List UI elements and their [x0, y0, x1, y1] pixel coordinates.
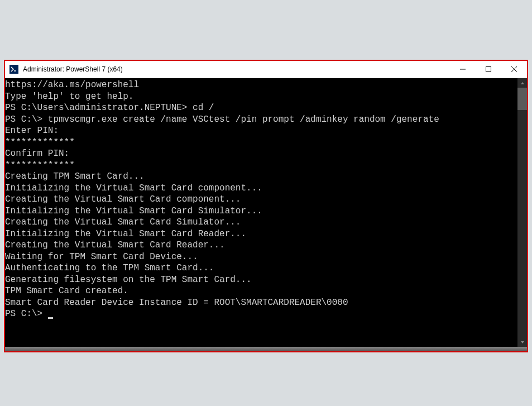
terminal-line: Type 'help' to get help. — [5, 91, 517, 103]
window-border: Administrator: PowerShell 7 (x64) https:… — [4, 60, 528, 352]
powershell-icon — [9, 65, 18, 74]
terminal-cursor — [48, 317, 53, 319]
close-button[interactable] — [501, 61, 527, 78]
terminal-line: Creating TPM Smart Card... — [5, 171, 517, 183]
terminal-line: Creating the Virtual Smart Card componen… — [5, 194, 517, 206]
terminal-line: Authenticating to the TPM Smart Card... — [5, 262, 517, 274]
terminal-line: Waiting for TPM Smart Card Device... — [5, 251, 517, 263]
terminal-line: PS C:\Users\administrator.NEPTUNE> cd / — [5, 102, 517, 114]
terminal-line: Initializing the Virtual Smart Card Read… — [5, 228, 517, 240]
bottom-edge — [5, 347, 527, 351]
terminal-line: Initializing the Virtual Smart Card comp… — [5, 183, 517, 194]
terminal-prompt-line: PS C:\> — [5, 308, 517, 320]
terminal-line: Confirm PIN: — [5, 148, 517, 160]
terminal-line: ************* — [5, 160, 517, 171]
terminal-area: https://aka.ms/powershellType 'help' to … — [5, 78, 527, 347]
terminal-line: Smart Card Reader Device Instance ID = R… — [5, 297, 517, 309]
scroll-down-arrow[interactable] — [517, 337, 527, 347]
svg-rect-3 — [486, 67, 491, 72]
powershell-window: Administrator: PowerShell 7 (x64) https:… — [5, 61, 527, 351]
terminal-line: ************* — [5, 137, 517, 149]
terminal-line: https://aka.ms/powershell — [5, 79, 517, 91]
window-controls — [450, 61, 527, 78]
terminal-line: Creating the Virtual Smart Card Reader..… — [5, 240, 517, 251]
terminal-output[interactable]: https://aka.ms/powershellType 'help' to … — [5, 78, 517, 347]
window-title: Administrator: PowerShell 7 (x64) — [23, 65, 450, 73]
terminal-line: Generating filesystem on the TPM Smart C… — [5, 274, 517, 286]
terminal-line: TPM Smart Card created. — [5, 285, 517, 297]
vertical-scrollbar[interactable] — [517, 78, 527, 347]
maximize-button[interactable] — [476, 61, 501, 78]
terminal-line: PS C:\> tpmvscmgr.exe create /name VSCte… — [5, 114, 517, 126]
scroll-up-arrow[interactable] — [517, 78, 527, 88]
terminal-line: Creating the Virtual Smart Card Simulato… — [5, 217, 517, 228]
terminal-prompt: PS C:\> — [5, 309, 48, 319]
titlebar[interactable]: Administrator: PowerShell 7 (x64) — [5, 61, 527, 78]
minimize-button[interactable] — [450, 61, 476, 78]
scroll-track[interactable] — [517, 88, 527, 337]
scroll-thumb[interactable] — [517, 88, 527, 110]
terminal-line: Initializing the Virtual Smart Card Simu… — [5, 206, 517, 217]
terminal-line: Enter PIN: — [5, 125, 517, 137]
